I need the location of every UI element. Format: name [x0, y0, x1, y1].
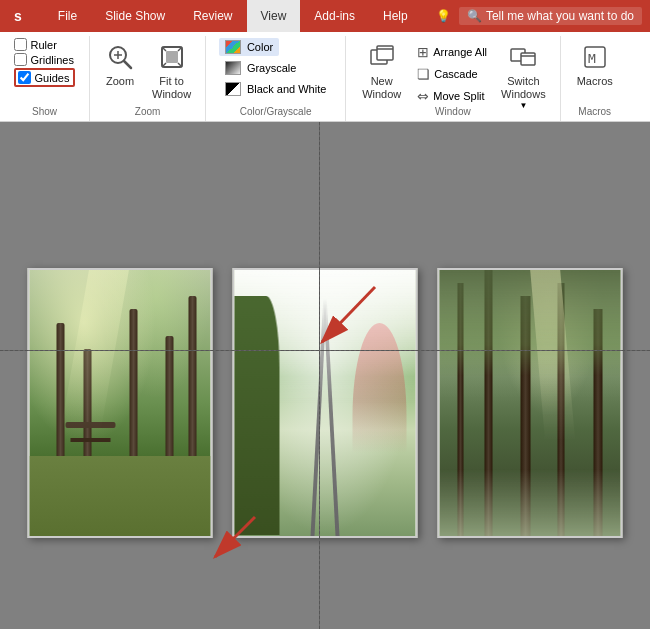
svg-rect-14	[521, 53, 535, 65]
arrange-all-icon: ⊞	[417, 44, 429, 60]
slides-row	[28, 268, 623, 538]
svg-line-1	[124, 61, 131, 68]
ruler-checkbox[interactable]: Ruler	[14, 38, 57, 51]
title-bar: s File Slide Show Review View Add-ins He…	[0, 0, 650, 32]
guide-horizontal[interactable]	[0, 350, 650, 351]
tab-review[interactable]: Review	[179, 0, 246, 32]
gridlines-label: Gridlines	[31, 54, 74, 66]
show-group-label: Show	[32, 106, 57, 117]
arrange-all-button[interactable]: ⊞ Arrange All	[411, 42, 493, 62]
macros-icon: M	[579, 41, 611, 73]
ribbon-group-color: Color Grayscale Black and White Color/Gr…	[206, 36, 346, 121]
cascade-button[interactable]: ❏ Cascade	[411, 64, 493, 84]
macros-group-label: Macros	[578, 106, 611, 117]
svg-rect-5	[166, 51, 178, 63]
zoom-icon	[104, 41, 136, 73]
color-label: Color	[247, 41, 273, 53]
tab-file[interactable]: File	[44, 0, 91, 32]
tab-help[interactable]: Help	[369, 0, 422, 32]
zoom-button[interactable]: Zoom	[98, 38, 142, 91]
slide-3-image	[440, 270, 621, 536]
zoom-group-label: Zoom	[135, 106, 161, 117]
guides-label: Guides	[35, 72, 70, 84]
color-swatch-color	[225, 40, 241, 54]
tab-slideshow[interactable]: Slide Show	[91, 0, 179, 32]
fit-icon	[156, 41, 188, 73]
app-icon: s	[8, 6, 28, 26]
mist	[440, 469, 621, 536]
svg-text:M: M	[588, 51, 596, 66]
ruler-label: Ruler	[31, 39, 57, 51]
color-group-label: Color/Grayscale	[240, 106, 312, 117]
slide-1[interactable]	[28, 268, 213, 538]
slide-2-image	[235, 270, 416, 536]
guide-vertical[interactable]	[319, 122, 320, 629]
search-icon: 🔍	[467, 9, 482, 23]
move-split-icon: ⇔	[417, 88, 429, 104]
switch-dropdown-arrow: ▼	[519, 101, 527, 110]
color-option-color[interactable]: Color	[219, 38, 279, 56]
tell-me-box[interactable]: 🔍 Tell me what you want to do	[459, 7, 642, 25]
svg-rect-11	[377, 46, 393, 60]
macros-label: Macros	[577, 75, 613, 88]
new-window-icon	[366, 41, 398, 73]
lightbulb-icon: 💡	[436, 9, 451, 23]
tell-me-label: Tell me what you want to do	[486, 9, 634, 23]
switch-icon	[507, 41, 539, 73]
left-tree	[235, 296, 280, 535]
ribbon: Ruler Gridlines Guides Show	[0, 32, 650, 122]
ribbon-group-window: New Window ⊞ Arrange All ❏ Cascade ⇔ Mov…	[346, 36, 561, 121]
fit-label: Fit to Window	[152, 75, 191, 101]
bw-label: Black and White	[247, 83, 326, 95]
move-split-label: Move Split	[433, 90, 484, 102]
macros-button[interactable]: M Macros	[569, 38, 621, 106]
arrange-all-label: Arrange All	[433, 46, 487, 58]
color-option-grayscale[interactable]: Grayscale	[219, 59, 303, 77]
move-split-button[interactable]: ⇔ Move Split	[411, 86, 493, 106]
color-option-bw[interactable]: Black and White	[219, 80, 332, 98]
guides-check[interactable]	[18, 71, 31, 84]
main-content	[0, 122, 650, 629]
cascade-icon: ❏	[417, 66, 430, 82]
grayscale-label: Grayscale	[247, 62, 297, 74]
color-swatch-grayscale	[225, 61, 241, 75]
cascade-label: Cascade	[434, 68, 477, 80]
gridlines-check[interactable]	[14, 53, 27, 66]
switch-label: SwitchWindows	[501, 75, 546, 101]
switch-windows-button[interactable]: SwitchWindows ▼	[495, 38, 552, 128]
new-window-label: New Window	[362, 75, 401, 101]
fit-to-window-button[interactable]: Fit to Window	[146, 38, 197, 104]
zoom-label: Zoom	[106, 75, 134, 88]
ribbon-group-macros: M Macros Macros	[561, 36, 629, 121]
window-group-label: Window	[435, 106, 471, 117]
slide-2[interactable]	[233, 268, 418, 538]
title-bar-right: 💡 🔍 Tell me what you want to do	[436, 7, 642, 25]
tab-view[interactable]: View	[247, 0, 301, 32]
tab-addins[interactable]: Add-ins	[300, 0, 369, 32]
guides-checkbox[interactable]: Guides	[14, 68, 76, 87]
color-swatch-bw	[225, 82, 241, 96]
canopy	[440, 270, 621, 376]
slide-1-image	[30, 270, 211, 536]
gridlines-checkbox[interactable]: Gridlines	[14, 53, 74, 66]
ruler-check[interactable]	[14, 38, 27, 51]
slide-3[interactable]	[438, 268, 623, 538]
new-window-button[interactable]: New Window	[354, 38, 409, 119]
ribbon-group-zoom: Zoom Fit to Window Zoom	[90, 36, 206, 121]
ribbon-group-show: Ruler Gridlines Guides Show	[0, 36, 90, 121]
menu-tabs: File Slide Show Review View Add-ins Help	[44, 0, 422, 32]
guides-highlight: Guides	[14, 68, 76, 87]
